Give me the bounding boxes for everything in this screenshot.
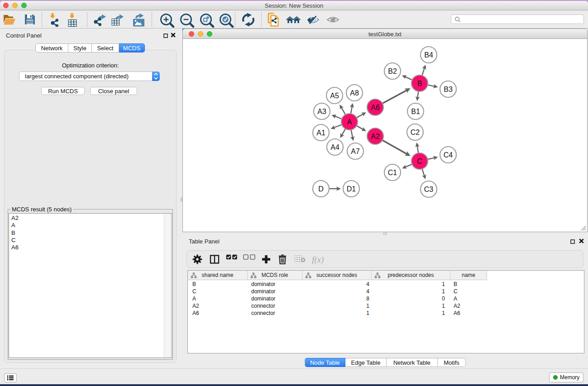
svg-text:C3: C3 — [424, 186, 434, 193]
svg-text:A8: A8 — [350, 89, 359, 97]
svg-text:C1: C1 — [388, 169, 397, 176]
svg-text:C4: C4 — [444, 151, 453, 159]
svg-text:C2: C2 — [411, 129, 420, 136]
svg-text:A3: A3 — [317, 108, 326, 115]
svg-text:A1: A1 — [316, 129, 325, 137]
svg-text:B3: B3 — [444, 86, 453, 93]
svg-text:A6: A6 — [371, 104, 380, 111]
svg-text:B: B — [417, 80, 422, 87]
svg-text:f(x): f(x) — [312, 255, 324, 265]
svg-text:B2: B2 — [388, 67, 397, 75]
svg-text:C: C — [417, 157, 422, 165]
svg-text:B1: B1 — [411, 108, 420, 115]
svg-text:A4: A4 — [330, 143, 339, 151]
svg-text:B4: B4 — [424, 51, 433, 59]
svg-text:A7: A7 — [351, 148, 360, 155]
svg-text:A2: A2 — [371, 133, 380, 140]
svg-text:D1: D1 — [347, 185, 356, 193]
svg-text:D: D — [318, 185, 324, 193]
svg-text:A5: A5 — [330, 92, 339, 100]
svg-text:A: A — [347, 118, 352, 126]
